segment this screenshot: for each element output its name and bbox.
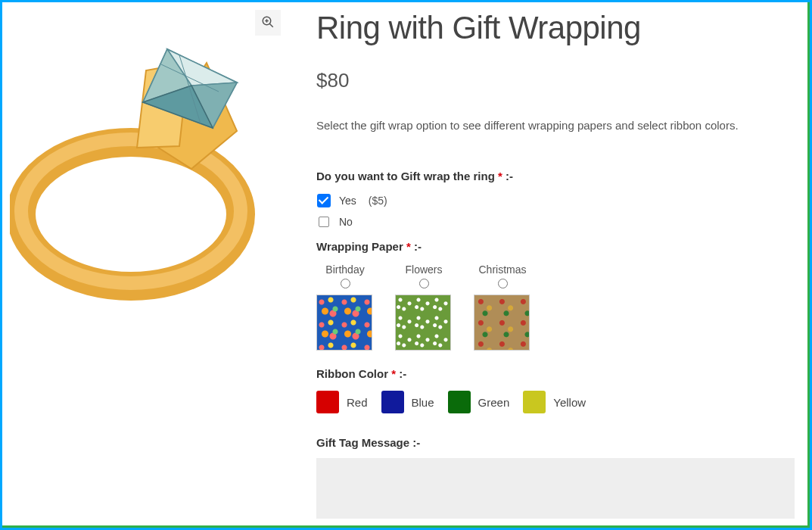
paper-flowers-label: Flowers: [395, 263, 453, 276]
paper-option-flowers[interactable]: Flowers: [395, 263, 453, 351]
ribbon-yellow-swatch: [523, 391, 546, 413]
ribbon-color-label: Ribbon Color * :-: [316, 367, 795, 380]
giftwrap-yes-checkbox[interactable]: [317, 194, 331, 207]
paper-christmas-label: Christmas: [474, 263, 531, 276]
product-image[interactable]: [10, 17, 275, 305]
paper-option-christmas[interactable]: Christmas: [474, 263, 531, 351]
ribbon-green-swatch: [448, 391, 471, 413]
giftwrap-no-label: No: [339, 216, 353, 228]
product-title: Ring with Gift Wrapping: [316, 10, 795, 46]
wrapping-paper-options: Birthday Flowers Christmas: [316, 263, 795, 351]
gift-tag-label: Gift Tag Message :-: [316, 436, 795, 449]
paper-birthday-radio[interactable]: [341, 279, 350, 288]
giftwrap-no-row: No: [316, 216, 795, 228]
gift-tag-textarea[interactable]: [316, 458, 795, 519]
paper-birthday-swatch[interactable]: [316, 295, 372, 351]
paper-flowers-swatch[interactable]: [395, 295, 451, 351]
product-price: $80: [316, 69, 795, 92]
zoom-button[interactable]: [255, 10, 281, 36]
svg-point-5: [21, 139, 241, 283]
ribbon-option-yellow[interactable]: Yellow: [523, 391, 586, 413]
ribbon-red-swatch: [316, 391, 339, 413]
ribbon-red-label: Red: [347, 396, 368, 409]
ribbon-options: Red Blue Green Yellow: [316, 391, 795, 413]
paper-christmas-radio[interactable]: [498, 279, 508, 288]
product-gallery: [10, 2, 290, 528]
ribbon-blue-swatch: [381, 391, 404, 413]
paper-flowers-radio[interactable]: [419, 279, 429, 288]
giftwrap-yes-label: Yes: [339, 195, 356, 207]
ribbon-option-blue[interactable]: Blue: [381, 391, 434, 413]
magnifier-plus-icon: [261, 15, 275, 31]
ribbon-option-red[interactable]: Red: [316, 391, 368, 413]
ribbon-green-label: Green: [478, 396, 510, 409]
giftwrap-yes-price: ($5): [369, 195, 387, 207]
paper-christmas-swatch[interactable]: [474, 295, 530, 351]
product-summary: Ring with Gift Wrapping $80 Select the g…: [290, 2, 795, 528]
ribbon-yellow-label: Yellow: [553, 396, 586, 409]
giftwrap-question-label: Do you want to Gift wrap the ring * :-: [316, 170, 795, 182]
giftwrap-no-checkbox[interactable]: [319, 217, 329, 227]
product-description: Select the gift wrap option to see diffe…: [316, 119, 795, 132]
wrapping-paper-label: Wrapping Paper * :-: [316, 240, 795, 253]
ribbon-option-green[interactable]: Green: [448, 391, 510, 413]
ribbon-blue-label: Blue: [412, 396, 434, 409]
giftwrap-yes-row: Yes ($5): [316, 193, 795, 208]
paper-option-birthday[interactable]: Birthday: [316, 263, 374, 351]
paper-birthday-label: Birthday: [316, 263, 374, 276]
svg-line-1: [269, 23, 273, 27]
